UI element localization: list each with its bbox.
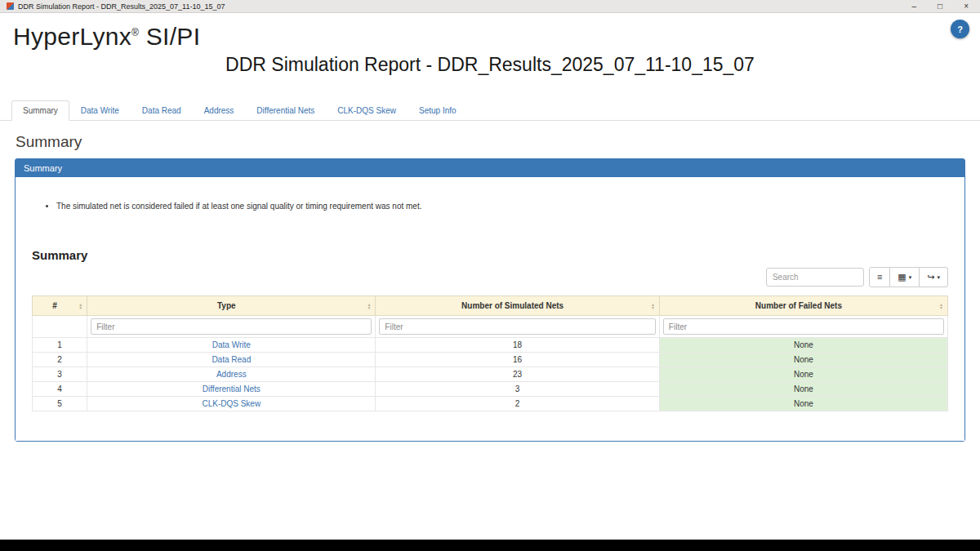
simulated-nets-value: 3 — [376, 382, 660, 397]
type-filter-input[interactable] — [91, 318, 372, 335]
window-title: DDR Simulation Report - DDR_Results_2025… — [18, 2, 225, 11]
type-link-data-read[interactable]: Data Read — [212, 355, 251, 364]
sort-icon[interactable] — [78, 303, 82, 309]
panel-header: Summary — [16, 159, 964, 177]
failed-nets-value: None — [659, 397, 947, 411]
table-row: 3 Address 23 None — [33, 367, 948, 382]
sort-icon[interactable] — [367, 303, 371, 309]
row-index: 5 — [33, 397, 87, 411]
logo-suffix: SI/PI — [139, 23, 200, 50]
chevron-down-icon: ▾ — [937, 274, 940, 281]
columns-button[interactable]: ▦ ▾ — [889, 267, 920, 287]
table-row: 4 Differential Nets 3 None — [33, 382, 948, 397]
tab-bar: Summary Data Write Data Read Address Dif… — [0, 100, 980, 121]
export-icon: ↪ — [927, 273, 934, 282]
logo-name: HyperLynx — [13, 23, 131, 50]
tab-differential-nets[interactable]: Differential Nets — [245, 100, 326, 121]
failed-nets-value: None — [659, 338, 947, 353]
bottom-bar — [0, 540, 980, 551]
column-header-label: Number of Simulated Nets — [461, 301, 564, 310]
notes-list: The simulated net is considered failed i… — [56, 202, 948, 211]
column-header-label: Number of Failed Nets — [755, 301, 842, 310]
failed-nets-value: None — [659, 367, 947, 382]
table-toolbar: ≡ ▦ ▾ ↪ ▾ — [32, 267, 948, 287]
failed-nets-value: None — [659, 353, 947, 367]
window-controls: – □ × — [912, 0, 973, 13]
simulated-nets-value: 2 — [376, 397, 660, 411]
section-title: Summary — [16, 133, 980, 151]
list-view-button[interactable]: ≡ — [869, 267, 890, 287]
panel-body: The simulated net is considered failed i… — [16, 177, 964, 441]
row-index: 4 — [33, 382, 87, 397]
type-link-clk-dqs-skew[interactable]: CLK-DQS Skew — [202, 399, 261, 408]
sort-icon[interactable] — [651, 303, 655, 309]
simulated-nets-value: 18 — [376, 338, 660, 353]
help-button[interactable]: ? — [951, 20, 969, 38]
close-button[interactable]: × — [964, 0, 969, 13]
tab-data-write[interactable]: Data Write — [69, 100, 131, 121]
filter-cell-type — [87, 316, 376, 338]
column-header-failed-nets[interactable]: Number of Failed Nets — [659, 296, 947, 316]
tab-summary[interactable]: Summary — [11, 100, 69, 121]
page-title: DDR Simulation Report - DDR_Results_2025… — [0, 54, 980, 76]
type-link-data-write[interactable]: Data Write — [212, 340, 251, 349]
tab-address[interactable]: Address — [193, 100, 246, 121]
maximize-button[interactable]: □ — [938, 0, 942, 13]
search-input[interactable] — [766, 268, 864, 287]
row-index: 2 — [33, 353, 87, 367]
filter-cell-index — [33, 316, 87, 338]
table-row: 1 Data Write 18 None — [33, 338, 948, 353]
column-header-index[interactable]: # — [33, 296, 87, 316]
minimize-button[interactable]: – — [912, 0, 917, 13]
tab-data-read[interactable]: Data Read — [131, 100, 193, 121]
registered-mark: ® — [131, 27, 139, 38]
summary-table: # Type Number of Simulated Nets Number o… — [32, 295, 948, 411]
column-header-simulated-nets[interactable]: Number of Simulated Nets — [376, 296, 660, 316]
note-item: The simulated net is considered failed i… — [56, 202, 948, 211]
columns-icon: ▦ — [898, 273, 906, 282]
table-filter-row — [33, 316, 948, 338]
table-row: 5 CLK-DQS Skew 2 None — [33, 397, 948, 411]
table-title: Summary — [32, 248, 948, 262]
table-row: 2 Data Read 16 None — [33, 353, 948, 367]
row-index: 1 — [33, 338, 87, 353]
brand-row: HyperLynx® SI/PI — [0, 13, 980, 51]
list-icon: ≡ — [877, 273, 882, 282]
column-header-label: Type — [217, 301, 236, 310]
summary-panel: Summary The simulated net is considered … — [15, 158, 965, 442]
window-titlebar: DDR Simulation Report - DDR_Results_2025… — [0, 0, 980, 13]
app-icon — [7, 2, 14, 10]
simulated-nets-value: 16 — [376, 353, 660, 367]
simulated-nets-value: 23 — [376, 367, 660, 382]
hyperlynx-logo: HyperLynx® SI/PI — [13, 23, 200, 50]
sort-icon[interactable] — [939, 303, 943, 309]
row-index: 3 — [33, 367, 87, 382]
tab-clk-dqs-skew[interactable]: CLK-DQS Skew — [326, 100, 408, 121]
filter-cell-failed — [659, 316, 947, 338]
export-button[interactable]: ↪ ▾ — [919, 267, 948, 287]
table-button-group: ≡ ▦ ▾ ↪ ▾ — [869, 267, 948, 287]
tab-setup-info[interactable]: Setup Info — [408, 100, 468, 121]
filter-cell-simulated — [376, 316, 660, 338]
table-header-row: # Type Number of Simulated Nets Number o… — [33, 296, 948, 316]
column-header-label: # — [52, 301, 57, 310]
chevron-down-icon: ▾ — [909, 274, 912, 281]
failed-nets-filter-input[interactable] — [663, 318, 944, 335]
column-header-type[interactable]: Type — [87, 296, 376, 316]
type-link-differential-nets[interactable]: Differential Nets — [203, 384, 261, 393]
type-link-address[interactable]: Address — [216, 370, 247, 379]
simulated-nets-filter-input[interactable] — [379, 318, 656, 335]
failed-nets-value: None — [659, 382, 947, 397]
